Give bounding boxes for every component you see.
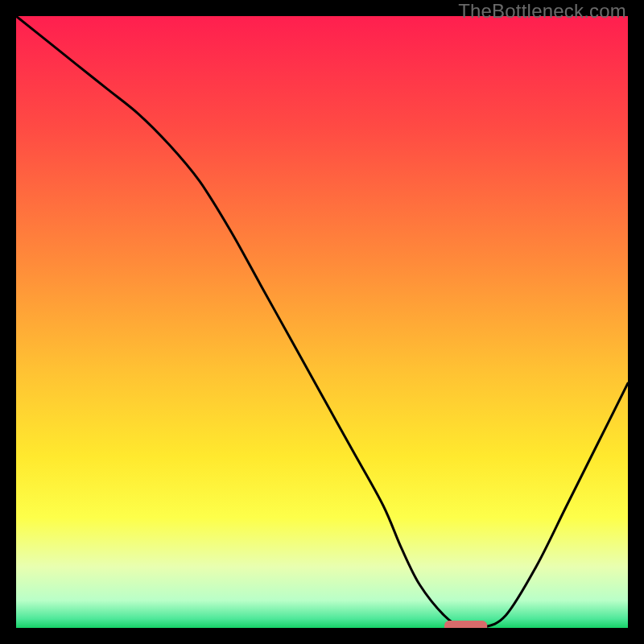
chart-frame [16, 16, 628, 628]
watermark-text: TheBottleneck.com [458, 0, 626, 23]
gradient-background [16, 16, 628, 628]
chart-svg [16, 16, 628, 628]
optimal-range-marker [444, 621, 487, 628]
